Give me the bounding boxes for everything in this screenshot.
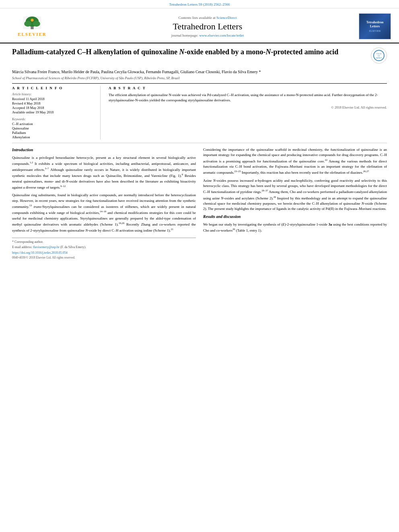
article-title-section: Palladium-catalyzed C–H alkenylation of … xyxy=(12,47,387,66)
author-affiliation: School of Pharmaceutical Sciences of Rib… xyxy=(12,76,387,80)
results-heading: Results and discussion xyxy=(203,214,387,220)
journal-logo-right: TetrahedronLetters ELSEVIER xyxy=(351,13,391,39)
journal-title: Tetrahedron Letters xyxy=(64,21,351,32)
keyword-palladium: Palladium xyxy=(12,131,95,135)
keywords-label: Keywords: xyxy=(12,117,95,121)
authors-line: Márcia Silvana Freire Franco, Murilo Hel… xyxy=(12,69,387,75)
body-columns: Introduction Quinoxaline is a privileged… xyxy=(12,147,387,260)
contents-available-text: Contents lists available at ScienceDirec… xyxy=(64,16,351,20)
available-date: Available online 19 May 2018 xyxy=(12,110,95,114)
introduction-heading: Introduction xyxy=(12,147,196,153)
footnote-email: E-mail address: flavioemery@usp.br (F. d… xyxy=(12,245,196,250)
abstract-text: The efficient alkenylation of quinoxalin… xyxy=(109,92,387,103)
keyword-ch-activation: C–H activation xyxy=(12,122,95,126)
journal-reference: Tetrahedron Letters 59 (2018) 2562–2566 xyxy=(169,2,230,6)
history-label: Article history: xyxy=(12,92,95,96)
svg-point-5 xyxy=(31,18,33,21)
elsevier-logo: ELSEVIER xyxy=(8,16,56,37)
page: Tetrahedron Letters 59 (2018) 2562–2566 … xyxy=(0,0,399,532)
abstract-column: A B S T R A C T The efficient alkenylati… xyxy=(109,86,387,140)
keyword-alkenylation: Alkenylation xyxy=(12,135,95,139)
check-updates-icon: Check for updates xyxy=(373,50,385,61)
issn-line: 0040-4039/© 2018 Elsevier Ltd. All right… xyxy=(12,256,196,260)
journal-header: ELSEVIER Contents lists available at Sci… xyxy=(0,8,399,43)
keywords-section: Keywords: C–H activation Quinoxaline Pal… xyxy=(12,117,95,139)
right-body-column: Considering the importance of the quinox… xyxy=(203,147,387,260)
intro-para-2: Quinoxaline ring substituents, found in … xyxy=(12,193,196,233)
abstract-heading: A B S T R A C T xyxy=(109,86,387,90)
elsevier-brand-text: ELSEVIER xyxy=(18,32,47,37)
svg-point-4 xyxy=(33,21,40,26)
info-abstract-row: A R T I C L E I N F O Article history: R… xyxy=(12,86,387,143)
check-updates-badge: Check for updates xyxy=(371,47,387,64)
journal-logo-title: TetrahedronLetters xyxy=(366,21,384,28)
abstract-copyright: © 2018 Elsevier Ltd. All rights reserved… xyxy=(109,105,387,109)
received-date: Received 11 April 2018 xyxy=(12,97,95,101)
journal-name-center: Contents lists available at ScienceDirec… xyxy=(64,16,351,37)
keyword-quinoxaline: Quinoxaline xyxy=(12,126,95,130)
svg-rect-1 xyxy=(31,27,33,29)
article-title: Palladium-catalyzed C–H alkenylation of … xyxy=(12,47,367,57)
title-divider xyxy=(12,83,387,84)
accepted-date: Accepted 18 May 2018 xyxy=(12,106,95,110)
revised-date: Revised 4 May 2018 xyxy=(12,101,95,105)
main-content: Palladium-catalyzed C–H alkenylation of … xyxy=(0,43,399,266)
journal-logo-subtitle: ELSEVIER xyxy=(369,30,380,32)
email-link[interactable]: flavioemery@usp.br xyxy=(33,245,60,249)
footnote-corresponding: * Corresponding author. xyxy=(12,240,196,244)
svg-point-3 xyxy=(24,21,31,26)
science-direct-link[interactable]: ScienceDirect xyxy=(216,16,237,20)
right-para-1: Considering the importance of the quinox… xyxy=(203,147,387,176)
elsevier-logo-area: ELSEVIER xyxy=(8,16,64,37)
footnote-section: * Corresponding author. E-mail address: … xyxy=(12,238,196,261)
left-body-column: Introduction Quinoxaline is a privileged… xyxy=(12,147,196,260)
article-info-heading: A R T I C L E I N F O xyxy=(12,86,95,90)
journal-logo-box: TetrahedronLetters ELSEVIER xyxy=(359,13,391,39)
intro-para-1: Quinoxaline is a privileged benzodiazine… xyxy=(12,155,196,191)
homepage-link[interactable]: www.elsevier.com/locate/tetlet xyxy=(199,33,244,37)
journal-reference-bar: Tetrahedron Letters 59 (2018) 2562–2566 xyxy=(0,0,399,8)
article-info-column: A R T I C L E I N F O Article history: R… xyxy=(12,86,101,140)
right-para-2: Azine N-oxides possess increased α-hydro… xyxy=(203,178,387,212)
results-para-1: We began our study by investigating the … xyxy=(203,222,387,234)
journal-homepage: journal homepage: www.elsevier.com/locat… xyxy=(64,33,351,37)
elsevier-tree-icon xyxy=(20,16,44,31)
svg-text:updates: updates xyxy=(376,57,382,59)
doi-link[interactable]: https://doi.org/10.1016/j.tetlet.2018.05… xyxy=(12,251,68,255)
doi-line: https://doi.org/10.1016/j.tetlet.2018.05… xyxy=(12,251,196,255)
